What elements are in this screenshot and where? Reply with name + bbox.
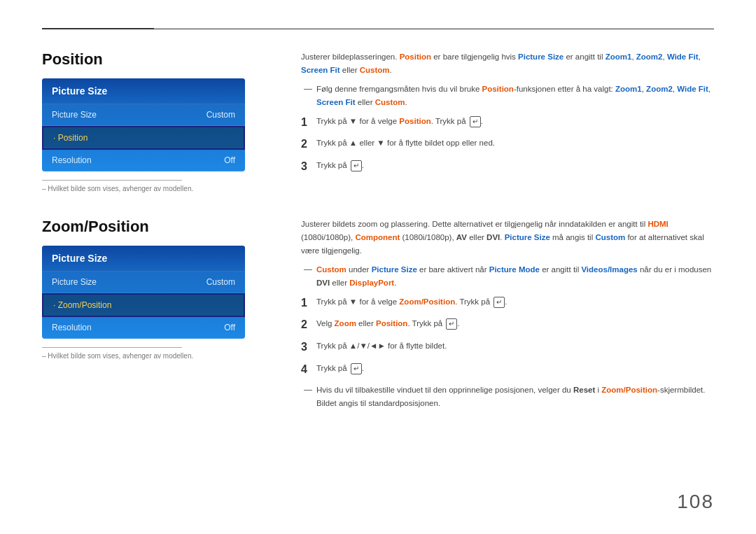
section2-menu-item-2[interactable]: Resolution Off — [42, 317, 245, 339]
section2-bottom-text: Hvis du vil tilbakestille vinduet til de… — [316, 384, 714, 410]
section1-menu-header: Picture Size — [42, 78, 245, 104]
section1-indent-note: — Følg denne fremgangsmåten hvis du vil … — [304, 83, 714, 109]
section1-menu-item-1[interactable]: · Position — [42, 126, 245, 150]
section1-menu-item-0[interactable]: Picture Size Custom — [42, 104, 245, 126]
section2-item2-value: Off — [224, 323, 235, 332]
section1-item0-label: Picture Size — [52, 110, 97, 120]
section1-item2-value: Off — [224, 155, 235, 165]
section1-step1-num: 1 — [301, 113, 316, 132]
section2-step2-text: Velg Zoom eller Position. Trykk på ↵. — [316, 317, 714, 330]
section2-note: – Hvilket bilde som vises, avhenger av m… — [42, 352, 259, 360]
section2-menu-item-0[interactable]: Picture Size Custom — [42, 272, 245, 293]
section1-step1: 1 Trykk på ▼ for å velge Position. Trykk… — [301, 115, 714, 132]
section2-step1: 1 Trykk på ▼ for å velge Zoom/Position. … — [301, 295, 714, 312]
section2-step1-text: Trykk på ▼ for å velge Zoom/Position. Tr… — [316, 295, 714, 308]
section2-item0-label: Picture Size — [52, 277, 97, 287]
section1-item0-value: Custom — [206, 110, 235, 120]
section2: Zoom/Position Picture Size Picture Size … — [42, 218, 714, 416]
section1-description: Justerer bildeplasseringen. Position er … — [301, 50, 714, 77]
section1-menu-item-2[interactable]: Resolution Off — [42, 150, 245, 171]
section2-indent-note: — Custom under Picture Size er bare akti… — [304, 263, 714, 290]
section2-step3-num: 3 — [301, 338, 316, 356]
section2-step4-num: 4 — [301, 360, 316, 379]
section1-item1-label: · Position — [53, 133, 88, 143]
section2-menu-box: Picture Size Picture Size Custom · Zoom/… — [42, 246, 245, 339]
section1-steps: 1 Trykk på ▼ for å velge Position. Trykk… — [301, 115, 714, 176]
section1-step2: 2 Trykk på ▲ eller ▼ for å flytte bildet… — [301, 136, 714, 153]
section2-step1-num: 1 — [301, 294, 316, 312]
page-number: 108 — [677, 491, 714, 513]
page-container: Position Picture Size Picture Size Custo… — [0, 0, 756, 534]
section2-bottom-note: — Hvis du vil tilbakestille vinduet til … — [304, 384, 714, 410]
section2-item2-label: Resolution — [52, 323, 92, 332]
section2-description: Justerer bildets zoom og plassering. Det… — [301, 218, 714, 258]
section1-step1-text: Trykk på ▼ for å velge Position. Trykk p… — [316, 115, 714, 127]
section2-item0-value: Custom — [206, 277, 235, 287]
section2-step2: 2 Velg Zoom eller Position. Trykk på ↵. — [301, 317, 714, 334]
section2-right: Justerer bildets zoom og plassering. Det… — [301, 218, 714, 416]
section2-menu-header: Picture Size — [42, 246, 245, 272]
section2-step3: 3 Trykk på ▲/▼/◄► for å flytte bildet. — [301, 339, 714, 356]
section1-note: – Hvilket bilde som vises, avhenger av m… — [42, 185, 259, 192]
section2-left: Zoom/Position Picture Size Picture Size … — [42, 218, 259, 360]
section1-step2-num: 2 — [301, 135, 316, 153]
section1-step3: 3 Trykk på ↵. — [301, 159, 714, 176]
section1-note-line — [42, 180, 182, 181]
top-divider — [42, 28, 714, 29]
section1-step3-num: 3 — [301, 157, 316, 176]
section2-indent-dash: — — [304, 263, 312, 276]
section1-menu-box: Picture Size Picture Size Custom · Posit… — [42, 78, 245, 171]
section1-right: Justerer bildeplasseringen. Position er … — [301, 50, 714, 181]
section2-indent-text: Custom under Picture Size er bare aktive… — [316, 263, 714, 290]
section2-step3-text: Trykk på ▲/▼/◄► for å flytte bildet. — [316, 339, 714, 352]
section2-item1-label: · Zoom/Position — [53, 300, 111, 310]
section1: Position Picture Size Picture Size Custo… — [42, 50, 714, 192]
section2-step4: 4 Trykk på ↵. — [301, 362, 714, 379]
section-gap — [42, 192, 714, 218]
section2-steps: 1 Trykk på ▼ for å velge Zoom/Position. … — [301, 295, 714, 378]
section1-step3-text: Trykk på ↵. — [316, 159, 714, 171]
section2-title: Zoom/Position — [42, 218, 259, 236]
section1-title: Position — [42, 50, 259, 69]
section2-bottom-dash: — — [304, 384, 312, 397]
section2-step2-num: 2 — [301, 316, 316, 334]
section1-indent-dash: — — [304, 83, 312, 96]
section1-item2-label: Resolution — [52, 155, 92, 165]
section1-indent-text: Følg denne fremgangsmåten hvis du vil br… — [316, 83, 714, 109]
section2-step4-text: Trykk på ↵. — [316, 362, 714, 374]
section1-step2-text: Trykk på ▲ eller ▼ for å flytte bildet o… — [316, 136, 714, 149]
section2-note-line — [42, 347, 182, 348]
section1-left: Position Picture Size Picture Size Custo… — [42, 50, 259, 192]
section2-menu-item-1[interactable]: · Zoom/Position — [42, 293, 245, 317]
